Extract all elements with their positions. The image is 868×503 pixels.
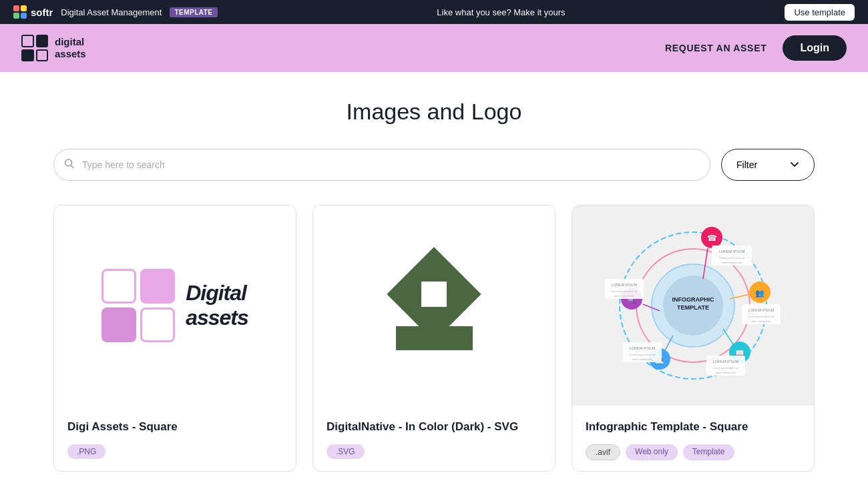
asset-card-2: DigitalNative - In Color (Dark) - SVG .S…	[312, 205, 556, 472]
card-title-3: Infographic Template - Square	[586, 419, 801, 435]
svg-text:Lorem ipsum dolor sit: Lorem ipsum dolor sit	[719, 256, 745, 260]
tag-png: .PNG	[67, 444, 105, 459]
svg-text:INFOGRAPHIC: INFOGRAPHIC	[672, 296, 715, 303]
card-image-1: Digital assets	[54, 205, 296, 406]
chevron-down-icon	[790, 159, 799, 171]
search-icon	[64, 159, 75, 171]
main-content: Images and Logo Filter	[0, 72, 868, 503]
logo-grid-icon	[21, 35, 48, 61]
svg-text:amet consectetur: amet consectetur	[632, 358, 653, 361]
nav-app-title: Digital Asset Management	[61, 7, 162, 17]
card-tags-1: .PNG	[67, 444, 282, 459]
svg-text:Lorem ipsum dolor sit: Lorem ipsum dolor sit	[748, 315, 775, 318]
app-header: Digital assets REQUEST AN ASSET Login	[0, 24, 868, 72]
card-body-2: DigitalNative - In Color (Dark) - SVG .S…	[313, 406, 555, 470]
filter-label: Filter	[736, 159, 757, 170]
card-title-2: DigitalNative - In Color (Dark) - SVG	[327, 419, 541, 435]
tag-web-only: Web only	[626, 444, 678, 460]
digi-logo-grid	[101, 269, 175, 342]
svg-text:Lorem ipsum dolor sit: Lorem ipsum dolor sit	[630, 353, 656, 356]
digi-cell-br	[140, 308, 175, 342]
svg-text:amet consectetur: amet consectetur	[716, 371, 736, 374]
logo-cell-br	[36, 49, 49, 62]
card-body-3: Infographic Template - Square .avif Web …	[572, 406, 814, 471]
svg-text:LOREM IPSUM: LOREM IPSUM	[748, 308, 775, 312]
cards-grid: Digital assets Digi Assets - Square .PNG	[53, 205, 815, 472]
search-wrapper	[53, 149, 710, 181]
svg-rect-3	[21, 13, 27, 19]
search-filter-row: Filter	[53, 149, 815, 181]
top-nav-right: Use template	[785, 4, 855, 21]
svg-text:LOREM IPSUM: LOREM IPSUM	[630, 346, 656, 350]
asset-card-3: INFOGRAPHIC TEMPLATE ☎ 👥 📖 💻	[572, 205, 815, 472]
top-nav: softr Digital Asset Management TEMPLATE …	[0, 0, 868, 24]
svg-text:LOREM IPSUM: LOREM IPSUM	[612, 283, 638, 287]
card-image-3: INFOGRAPHIC TEMPLATE ☎ 👥 📖 💻	[572, 205, 814, 406]
softr-brand-name: softr	[31, 7, 53, 18]
top-nav-center-text: Like what you see? Make it yours	[437, 7, 565, 17]
login-button[interactable]: Login	[783, 35, 847, 61]
svg-line-24	[723, 329, 733, 344]
search-input[interactable]	[53, 149, 710, 181]
logo-cell-tr	[36, 35, 49, 47]
app-brand-text: Digital assets	[55, 36, 86, 60]
digi-cell-tr	[140, 269, 175, 304]
card-tags-3: .avif Web only Template	[586, 444, 801, 460]
svg-text:amet consectetur: amet consectetur	[722, 261, 742, 264]
digi-brand-text: Digital assets	[186, 281, 248, 330]
svg-rect-0	[13, 5, 19, 11]
svg-text:LOREM IPSUM: LOREM IPSUM	[719, 249, 745, 254]
page-title: Images and Logo	[53, 99, 815, 125]
brand-name-line1: Digital	[55, 36, 86, 48]
digi-text-digital: Digital	[186, 281, 248, 306]
softr-logo: softr	[13, 5, 53, 19]
digi-assets-logo: Digital assets	[88, 256, 262, 356]
digitalnative-logo	[391, 254, 477, 358]
card-tags-2: .SVG	[327, 444, 541, 459]
svg-text:Lorem ipsum dolor sit: Lorem ipsum dolor sit	[612, 290, 638, 293]
digi-cell-bl	[101, 308, 136, 342]
svg-text:👥: 👥	[755, 288, 765, 298]
svg-text:amet consectetur: amet consectetur	[751, 320, 772, 323]
svg-text:☎: ☎	[707, 233, 717, 243]
card-body-1: Digi Assets - Square .PNG	[54, 406, 296, 470]
use-template-button[interactable]: Use template	[785, 4, 855, 21]
tag-template: Template	[683, 444, 734, 460]
svg-rect-1	[21, 5, 27, 11]
asset-card-1: Digital assets Digi Assets - Square .PNG	[53, 205, 296, 472]
top-nav-left: softr Digital Asset Management TEMPLATE	[13, 5, 218, 19]
digi-cell-tl	[101, 269, 136, 304]
svg-text:Lorem ipsum dolor sit: Lorem ipsum dolor sit	[713, 366, 739, 370]
tag-avif: .avif	[586, 444, 620, 460]
brand-name-line2: assets	[55, 48, 86, 60]
svg-line-5	[71, 165, 74, 168]
filter-button[interactable]: Filter	[721, 149, 815, 181]
card-title-1: Digi Assets - Square	[67, 419, 282, 435]
tag-svg: .SVG	[327, 444, 365, 459]
svg-text:TEMPLATE: TEMPLATE	[677, 304, 709, 311]
svg-text:LOREM IPSUM: LOREM IPSUM	[713, 360, 739, 364]
digi-text-assets: assets	[186, 306, 248, 330]
app-logo: Digital assets	[21, 35, 86, 61]
template-badge: TEMPLATE	[170, 7, 217, 17]
logo-cell-bl	[21, 49, 34, 62]
app-header-right: REQUEST AN ASSET Login	[665, 35, 847, 61]
card-image-2	[313, 205, 555, 406]
svg-text:amet consectetur: amet consectetur	[614, 294, 635, 298]
svg-rect-2	[13, 13, 19, 19]
softr-logo-icon	[13, 5, 27, 19]
logo-cell-tl	[21, 35, 34, 47]
infographic-illustration: INFOGRAPHIC TEMPLATE ☎ 👥 📖 💻	[600, 212, 787, 399]
request-asset-link[interactable]: REQUEST AN ASSET	[665, 43, 767, 53]
